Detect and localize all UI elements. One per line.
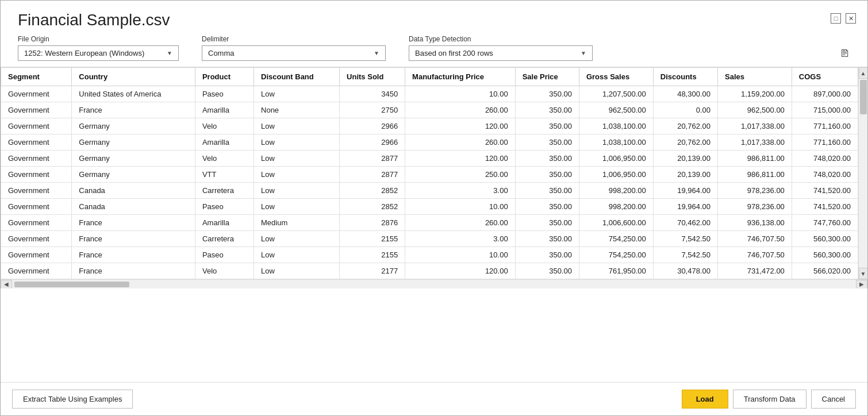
table-cell: 120.00 <box>405 263 516 279</box>
window-controls: □ ✕ <box>831 13 856 24</box>
scroll-left-button[interactable]: ◀ <box>1 280 12 289</box>
table-cell: 986,811.00 <box>718 167 792 183</box>
table-cell: 20,139.00 <box>653 151 717 167</box>
table-cell: 2750 <box>340 102 405 118</box>
transform-data-button[interactable]: Transform Data <box>733 390 806 409</box>
controls-row: File Origin 1252: Western European (Wind… <box>1 35 867 67</box>
table-cell: Carretera <box>195 183 254 199</box>
table-cell: 10.00 <box>405 199 516 215</box>
table-cell: Government <box>1 199 72 215</box>
table-cell: Velo <box>195 151 254 167</box>
table-cell: Amarilla <box>195 102 254 118</box>
table-cell: 754,250.00 <box>579 231 653 247</box>
column-header: Manufacturing Price <box>405 68 516 86</box>
table-cell: Canada <box>72 199 195 215</box>
table-cell: 748,020.00 <box>792 167 858 183</box>
table-row: GovernmentGermanyVTTLow2877250.00350.001… <box>1 167 858 183</box>
table-cell: 771,160.00 <box>792 134 858 151</box>
scroll-down-button[interactable]: ▼ <box>859 268 868 279</box>
table-cell: Low <box>254 199 340 215</box>
scroll-thumb-v[interactable] <box>860 80 867 114</box>
table-cell: 20,762.00 <box>653 134 717 151</box>
data-type-group: Data Type Detection Based on first 200 r… <box>409 35 593 61</box>
table-row: GovernmentFranceCarreteraLow21553.00350.… <box>1 231 858 247</box>
column-header: Country <box>72 68 195 86</box>
data-table: SegmentCountryProductDiscount BandUnits … <box>1 67 858 279</box>
table-cell: 350.00 <box>515 263 579 279</box>
vertical-scrollbar[interactable]: ▲ ▼ <box>858 67 867 279</box>
table-cell: Low <box>254 263 340 279</box>
table-scroll-area[interactable]: SegmentCountryProductDiscount BandUnits … <box>1 67 858 279</box>
maximize-button[interactable]: □ <box>831 13 841 24</box>
column-header: Product <box>195 68 254 86</box>
table-cell: Low <box>254 167 340 183</box>
table-cell: 741,520.00 <box>792 183 858 199</box>
data-type-select[interactable]: Based on first 200 rows ▼ <box>409 45 593 61</box>
table-cell: 1,159,200.00 <box>718 86 792 102</box>
scroll-thumb-h[interactable] <box>14 282 129 287</box>
table-cell: 978,236.00 <box>718 199 792 215</box>
table-cell: 998,200.00 <box>579 199 653 215</box>
extract-table-button[interactable]: Extract Table Using Examples <box>12 390 133 409</box>
table-cell: Velo <box>195 118 254 134</box>
table-row: GovernmentFranceAmarillaNone2750260.0035… <box>1 102 858 118</box>
table-cell: 747,760.00 <box>792 215 858 231</box>
table-cell: France <box>72 215 195 231</box>
table-cell: 748,020.00 <box>792 151 858 167</box>
table-cell: Government <box>1 247 72 263</box>
scroll-right-button[interactable]: ▶ <box>856 280 867 289</box>
table-cell: 350.00 <box>515 215 579 231</box>
table-cell: 746,707.50 <box>718 231 792 247</box>
file-origin-value: 1252: Western European (Windows) <box>24 49 144 57</box>
table-cell: 2852 <box>340 199 405 215</box>
table-cell: 2852 <box>340 183 405 199</box>
table-cell: Government <box>1 231 72 247</box>
table-cell: 3.00 <box>405 183 516 199</box>
column-header: Sale Price <box>515 68 579 86</box>
table-cell: Low <box>254 118 340 134</box>
scroll-up-button[interactable]: ▲ <box>859 67 868 79</box>
table-cell: Low <box>254 134 340 151</box>
table-cell: Velo <box>195 263 254 279</box>
table-cell: 1,017,338.00 <box>718 118 792 134</box>
table-cell: 741,520.00 <box>792 199 858 215</box>
bottom-left: Extract Table Using Examples <box>12 390 133 409</box>
table-cell: Germany <box>72 134 195 151</box>
table-cell: Government <box>1 118 72 134</box>
bottom-right: Load Transform Data Cancel <box>682 390 856 409</box>
file-icon-area: 🖹 <box>840 48 850 61</box>
load-button[interactable]: Load <box>682 390 728 409</box>
table-cell: 1,207,500.00 <box>579 86 653 102</box>
table-row: GovernmentCanadaCarreteraLow28523.00350.… <box>1 183 858 199</box>
table-cell: 2877 <box>340 167 405 183</box>
file-icon[interactable]: 🖹 <box>840 48 850 60</box>
horizontal-scrollbar[interactable]: ◀ ▶ <box>1 279 867 288</box>
table-cell: 350.00 <box>515 151 579 167</box>
table-cell: 2876 <box>340 215 405 231</box>
table-cell: Carretera <box>195 231 254 247</box>
table-cell: 7,542.50 <box>653 247 717 263</box>
table-cell: 936,138.00 <box>718 215 792 231</box>
cancel-button[interactable]: Cancel <box>811 390 856 409</box>
table-cell: VTT <box>195 167 254 183</box>
data-type-chevron-icon: ▼ <box>581 50 586 56</box>
delimiter-select[interactable]: Comma ▼ <box>202 45 386 61</box>
table-cell: 897,000.00 <box>792 86 858 102</box>
table-cell: 715,000.00 <box>792 102 858 118</box>
table-cell: Government <box>1 102 72 118</box>
table-row: GovernmentGermanyVeloLow2966120.00350.00… <box>1 118 858 134</box>
table-cell: 746,707.50 <box>718 247 792 263</box>
header-row: SegmentCountryProductDiscount BandUnits … <box>1 68 858 86</box>
table-cell: Germany <box>72 118 195 134</box>
table-cell: 10.00 <box>405 247 516 263</box>
table-cell: 1,017,338.00 <box>718 134 792 151</box>
table-cell: Low <box>254 86 340 102</box>
table-cell: Government <box>1 86 72 102</box>
file-origin-label: File Origin <box>18 35 179 43</box>
table-cell: Government <box>1 183 72 199</box>
close-button[interactable]: ✕ <box>846 13 856 24</box>
table-cell: 771,160.00 <box>792 118 858 134</box>
file-origin-select[interactable]: 1252: Western European (Windows) ▼ <box>18 45 179 61</box>
table-cell: 1,038,100.00 <box>579 118 653 134</box>
table-cell: 560,300.00 <box>792 231 858 247</box>
